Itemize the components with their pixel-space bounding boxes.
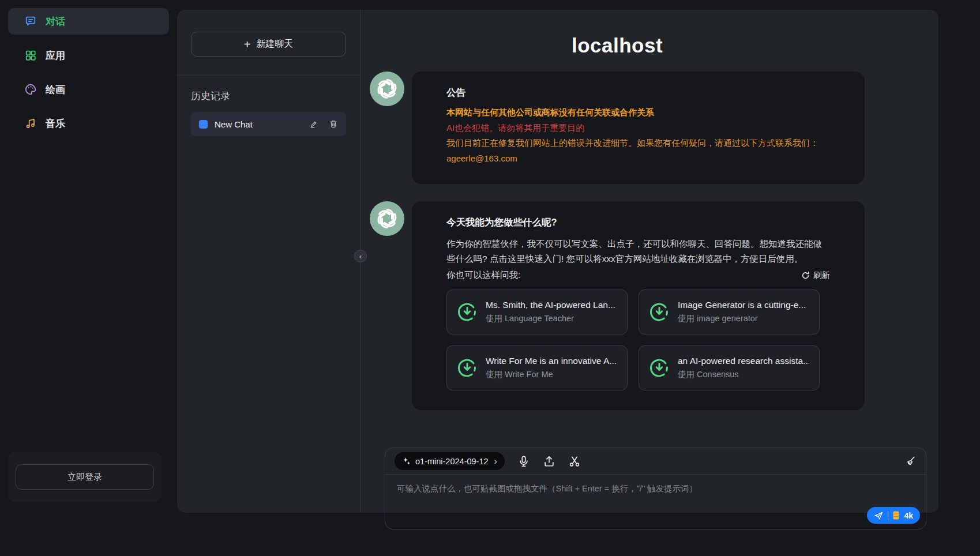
download-circle-icon — [457, 358, 478, 378]
send-button[interactable]: 4k — [867, 507, 920, 524]
assistant-avatar — [370, 201, 404, 236]
message-bubble: 公告 本网站与任何其他公司或商标没有任何关联或合作关系 AI也会犯错。请勿将其用… — [412, 72, 865, 184]
app-grid-icon — [24, 49, 37, 62]
token-count-badge: 4k — [904, 511, 913, 520]
ask-row: 你也可以这样问我: 刷新 — [446, 268, 830, 283]
divider — [888, 512, 888, 520]
upload-icon[interactable] — [543, 455, 555, 468]
sidebar-item-music[interactable]: 音乐 — [8, 110, 169, 137]
openai-logo-icon — [376, 77, 399, 100]
announcement-line: 本网站与任何其他公司或商标没有任何关联或合作关系 — [446, 107, 830, 119]
suggestion-card[interactable]: Image Generator is a cutting-e... 使用 ima… — [639, 290, 820, 335]
assistant-avatar — [370, 72, 404, 106]
sidebar-item-label: 应用 — [46, 49, 65, 62]
login-card: 立即登录 — [8, 452, 162, 502]
refresh-suggestions-button[interactable]: 刷新 — [801, 270, 830, 281]
assistant-message-announcement: 公告 本网站与任何其他公司或商标没有任何关联或合作关系 AI也会犯错。请勿将其用… — [370, 72, 865, 184]
sidebar-item-drawing[interactable]: 绘画 — [8, 76, 169, 103]
announcement-line: 我们目前正在修复我们网站上的错误并改进细节。如果您有任何疑问，请通过以下方式联系… — [446, 137, 830, 149]
divider — [177, 75, 360, 76]
suggestion-card[interactable]: an AI-powered research assista... 使用 Con… — [639, 345, 820, 390]
collapse-sidebar-button[interactable]: ‹ — [354, 250, 367, 262]
download-circle-icon — [649, 358, 670, 378]
plus-icon: + — [244, 39, 251, 50]
sidebar-item-label: 音乐 — [46, 117, 65, 130]
trash-icon[interactable] — [329, 119, 338, 129]
coin-icon — [893, 511, 899, 520]
chat-bubble-icon — [24, 15, 37, 28]
suggestion-title: Write For Me is an innovative A... — [486, 356, 617, 366]
ask-hint: 你也可以这样问我: — [446, 268, 520, 283]
refresh-label: 刷新 — [813, 270, 830, 281]
new-chat-label: 新建聊天 — [256, 38, 293, 50]
assistant-message-welcome: 今天我能为您做些什么呢? 作为你的智慧伙伴，我不仅可以写文案、出点子，还可以和你… — [370, 201, 865, 410]
chat-history-item[interactable]: New Chat — [191, 112, 346, 136]
suggestion-text: Ms. Smith, the AI-powered Lan... 使用 Lang… — [486, 300, 615, 324]
chat-color-dot — [199, 120, 208, 129]
composer-input-area: 4k — [385, 475, 926, 529]
message-list: 公告 本网站与任何其他公司或商标没有任何关联或合作关系 AI也会犯错。请勿将其用… — [370, 72, 865, 410]
new-chat-button[interactable]: + 新建聊天 — [191, 32, 346, 57]
chat-list-panel: + 新建聊天 历史记录 New Chat ‹ — [177, 10, 361, 513]
download-circle-icon — [457, 302, 478, 322]
workspace-panel: + 新建聊天 历史记录 New Chat ‹ — [177, 10, 938, 513]
sparkles-icon — [402, 457, 411, 465]
sidebar-item-label: 对话 — [46, 15, 65, 28]
edit-icon[interactable] — [309, 119, 318, 129]
history-title: 历史记录 — [191, 89, 346, 103]
message-bubble: 今天我能为您做些什么呢? 作为你的智慧伙伴，我不仅可以写文案、出点子，还可以和你… — [412, 201, 865, 410]
chat-content: localhost — [370, 34, 865, 410]
sidebar-item-chat[interactable]: 对话 — [8, 8, 169, 35]
model-selector[interactable]: o1-mini-2024-09-12 › — [395, 452, 505, 470]
welcome-body: 作为你的智慧伙伴，我不仅可以写文案、出点子，还可以和你聊天、回答问题。想知道我还… — [446, 236, 830, 266]
suggestion-text: Write For Me is an innovative A... 使用 Wr… — [486, 356, 617, 380]
suggestion-subtitle: 使用 image generator — [678, 313, 806, 324]
sidebar: 对话 应用 绘画 音乐 立即登录 — [0, 0, 177, 556]
suggestion-title: Ms. Smith, the AI-powered Lan... — [486, 300, 615, 310]
suggestion-title: an AI-powered research assista... — [678, 356, 809, 366]
login-button[interactable]: 立即登录 — [16, 464, 154, 490]
microphone-icon[interactable] — [517, 455, 530, 468]
page-title: localhost — [370, 34, 865, 57]
suggestion-grid: Ms. Smith, the AI-powered Lan... 使用 Lang… — [446, 290, 830, 390]
music-note-icon — [24, 117, 37, 130]
suggestion-text: Image Generator is a cutting-e... 使用 ima… — [678, 300, 806, 324]
suggestion-card[interactable]: Write For Me is an innovative A... 使用 Wr… — [446, 345, 628, 390]
contact-email[interactable]: ageerle@163.com — [446, 153, 830, 165]
welcome-title: 今天我能为您做些什么呢? — [446, 216, 830, 229]
suggestion-text: an AI-powered research assista... 使用 Con… — [678, 356, 809, 380]
announcement-line: AI也会犯错。请勿将其用于重要目的 — [446, 122, 830, 134]
sidebar-item-apps[interactable]: 应用 — [8, 42, 169, 69]
composer: o1-mini-2024-09-12 › — [385, 448, 926, 529]
chat-item-title: New Chat — [215, 119, 302, 129]
sidebar-item-label: 绘画 — [46, 83, 65, 96]
suggestion-subtitle: 使用 Language Teacher — [486, 313, 615, 324]
scissors-icon[interactable] — [568, 455, 581, 468]
composer-toolbar: o1-mini-2024-09-12 › — [385, 448, 926, 475]
chevron-right-icon: › — [494, 457, 497, 466]
suggestion-title: Image Generator is a cutting-e... — [678, 300, 806, 310]
download-circle-icon — [649, 302, 670, 322]
refresh-icon — [801, 271, 810, 280]
suggestion-card[interactable]: Ms. Smith, the AI-powered Lan... 使用 Lang… — [446, 290, 628, 335]
announcement-title: 公告 — [446, 87, 830, 99]
palette-icon — [24, 83, 37, 96]
suggestion-subtitle: 使用 Consensus — [678, 369, 809, 380]
suggestion-subtitle: 使用 Write For Me — [486, 369, 617, 380]
paper-plane-icon — [874, 511, 883, 520]
message-input[interactable] — [385, 475, 926, 529]
model-name: o1-mini-2024-09-12 — [415, 457, 489, 466]
broom-icon[interactable] — [904, 455, 917, 468]
openai-logo-icon — [376, 207, 399, 230]
chat-main: localhost — [361, 10, 938, 513]
